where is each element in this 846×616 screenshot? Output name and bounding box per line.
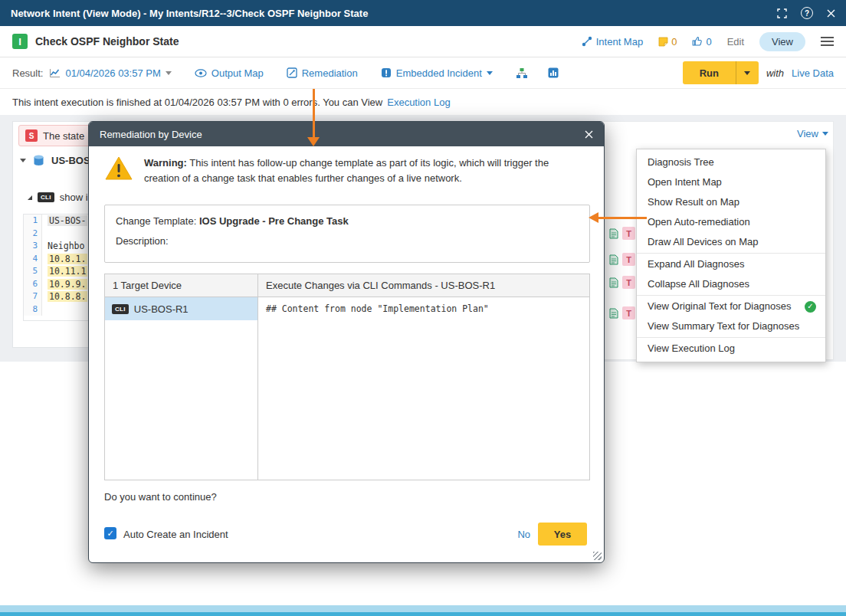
menu-item-draw-all-devices-on-map[interactable]: Draw All Devices on Map <box>637 232 825 252</box>
menu-item-view-execution-log[interactable]: View Execution Log <box>637 339 825 359</box>
run-button[interactable]: Run <box>683 61 759 84</box>
live-data-link[interactable]: Live Data <box>792 67 834 79</box>
eye-icon <box>195 69 207 77</box>
run-dropdown-caret[interactable] <box>736 61 759 84</box>
thumbs-up-icon <box>692 36 703 47</box>
no-button[interactable]: No <box>517 529 530 540</box>
document-icon <box>609 228 618 239</box>
diagnosis-tag-badge: T <box>622 276 635 289</box>
execution-log-link[interactable]: Execution Log <box>387 97 450 108</box>
device-tree-node[interactable]: US-BOS- <box>20 155 93 166</box>
cli-badge: CLI <box>112 304 129 314</box>
help-icon[interactable]: ? <box>801 7 813 19</box>
change-template-label: Change Template: <box>116 215 196 227</box>
diagnosis-list-item[interactable]: T <box>609 227 635 240</box>
result-toolbar: Result: 01/04/2026 03:57 PM Output Map R… <box>0 57 846 89</box>
likes-counter[interactable]: 0 <box>692 36 711 48</box>
with-label: with <box>766 67 784 79</box>
menu-item-show-result-on-map[interactable]: Show Result on Map <box>637 192 825 212</box>
diagnosis-list-item[interactable]: T <box>609 253 635 266</box>
target-device-table: 1 Target Device Execute Changes via CLI … <box>104 274 590 480</box>
menu-separator <box>637 253 825 254</box>
change-template-box: Change Template: IOS Upgrade - Pre Chang… <box>104 205 590 263</box>
title-bar: Network Intent (View Mode) - My Intents/… <box>0 0 846 26</box>
yes-button[interactable]: Yes <box>538 523 587 546</box>
auto-create-incident-label: Auto Create an Incident <box>123 529 228 540</box>
resize-handle[interactable] <box>593 552 602 560</box>
remediation-icon <box>287 67 297 78</box>
window-title: Network Intent (View Mode) - My Intents/… <box>11 8 368 19</box>
menu-item-collapse-all-diagnoses[interactable]: Collapse All Diagnoses <box>637 274 825 294</box>
execution-status-text: This intent execution is finished at 01/… <box>12 97 382 108</box>
output-map-button[interactable]: Output Map <box>195 67 264 79</box>
annotation-arrow-template <box>598 217 647 219</box>
cli-commands-content: ## Content from node "Implementation Pla… <box>258 297 589 480</box>
menu-item-diagnosis-tree[interactable]: Diagnosis Tree <box>637 152 825 172</box>
intent-map-link[interactable]: Intent Map <box>582 36 643 48</box>
warning-icon <box>104 156 133 182</box>
table-header-row: 1 Target Device Execute Changes via CLI … <box>105 274 589 297</box>
document-icon <box>609 308 618 319</box>
chevron-down-icon <box>166 71 172 75</box>
document-icon <box>609 254 618 265</box>
edit-mode-button[interactable]: Edit <box>727 36 744 48</box>
chevron-down-icon <box>822 132 828 136</box>
check-icon: ✓ <box>805 301 816 313</box>
device-column: CLI US-BOS-R1 <box>105 297 258 480</box>
cli-command-label: show i <box>60 192 88 203</box>
menu-item-view-summary-text[interactable]: View Summary Text for Diagnoses <box>637 316 825 336</box>
notes-counter[interactable]: 0 <box>658 36 677 48</box>
change-template-value: IOS Upgrade - Pre Change Task <box>199 215 349 227</box>
diagnosis-tag-badge: T <box>622 306 635 319</box>
command-column-header: Execute Changes via CLI Commands - US-BO… <box>258 274 589 297</box>
intent-map-icon <box>582 36 592 47</box>
close-icon[interactable] <box>827 9 835 18</box>
view-mode-button[interactable]: View <box>759 32 805 51</box>
menu-item-open-intent-map[interactable]: Open Intent Map <box>637 172 825 192</box>
app-window: Network Intent (View Mode) - My Intents/… <box>0 0 846 616</box>
note-icon <box>658 37 668 47</box>
embedded-incident-button[interactable]: Embedded Incident <box>381 67 493 79</box>
menu-separator <box>637 337 825 338</box>
auto-create-incident-checkbox[interactable]: ✓ <box>104 527 116 539</box>
menu-item-expand-all-diagnoses[interactable]: Expand All Diagnoses <box>637 254 825 274</box>
collapse-triangle-icon <box>28 195 32 200</box>
hierarchy-view-icon[interactable] <box>516 67 528 79</box>
fullscreen-icon[interactable] <box>777 8 787 18</box>
diagnosis-list-item[interactable]: T <box>609 276 635 289</box>
warning-message: Warning: This intent has follow-up chang… <box>104 156 587 186</box>
warning-label: Warning: <box>144 157 187 169</box>
incident-icon <box>381 67 392 78</box>
intent-name: Check OSPF Neighbor State <box>35 35 179 48</box>
dialog-header[interactable]: Remediation by Device <box>89 122 604 146</box>
menu-item-open-auto-remediation[interactable]: Open Auto-remediation <box>637 212 825 232</box>
view-menu-button[interactable]: View <box>797 128 828 139</box>
document-icon <box>609 277 618 288</box>
remediation-button[interactable]: Remediation <box>287 67 358 79</box>
device-name: US-BOS- <box>51 155 93 166</box>
cli-badge: CLI <box>38 192 54 202</box>
state-alert-text: The state <box>43 130 84 142</box>
result-date-selector[interactable]: 01/04/2026 03:57 PM <box>49 67 171 79</box>
annotation-arrow-remediation <box>313 89 315 137</box>
chevron-down-icon <box>487 71 493 75</box>
menu-item-view-original-text[interactable]: View Original Text for Diagnoses ✓ <box>637 297 825 316</box>
device-column-header: 1 Target Device <box>105 274 258 297</box>
diagnosis-tag-badge: T <box>622 253 635 266</box>
dashboard-chart-icon[interactable] <box>548 67 559 78</box>
result-label: Result: <box>12 67 43 79</box>
menu-icon[interactable] <box>821 34 834 48</box>
device-row-selected[interactable]: CLI US-BOS-R1 <box>105 297 257 320</box>
device-icon <box>33 155 44 166</box>
menu-separator <box>637 295 825 296</box>
close-icon[interactable] <box>585 130 593 139</box>
annotation-arrowhead-down <box>307 137 320 146</box>
view-dropdown-menu: Diagnosis Tree Open Intent Map Show Resu… <box>636 149 826 362</box>
execution-status-bar: This intent execution is finished at 01/… <box>0 89 846 115</box>
result-chart-icon <box>49 68 61 78</box>
cli-command-tab[interactable]: CLI show i <box>28 192 88 203</box>
chevron-down-icon <box>20 159 26 162</box>
diagnosis-tag-badge: T <box>622 227 635 240</box>
warning-text: This intent has follow-up change templat… <box>144 157 549 184</box>
diagnosis-list-item[interactable]: T <box>609 306 635 319</box>
